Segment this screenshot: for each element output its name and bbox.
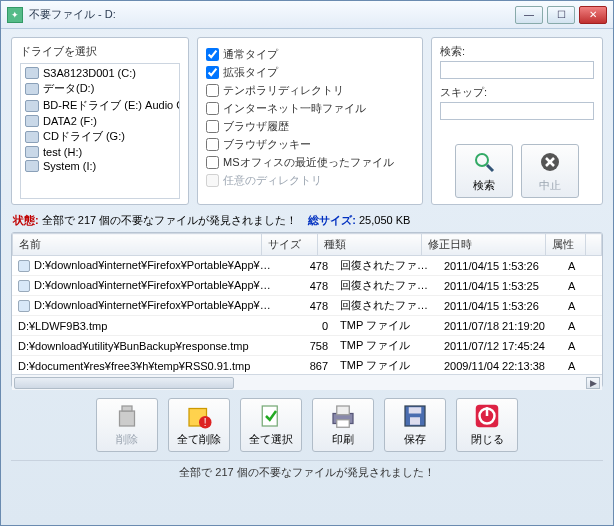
search-input[interactable]: [440, 61, 594, 79]
option-checkbox[interactable]: [206, 156, 219, 169]
skip-input[interactable]: [440, 102, 594, 120]
option-item[interactable]: 拡張タイプ: [206, 65, 414, 80]
app-window: ✦ 不要ファイル - D: — ☐ ✕ ドライブを選択 S3A8123D001 …: [0, 0, 614, 526]
delete-all-icon: !: [184, 403, 214, 429]
option-checkbox[interactable]: [206, 138, 219, 151]
cancel-button[interactable]: 中止: [521, 144, 579, 198]
bottom-toolbar: 削除 ! 全て削除 全て選択 印刷 保存 閉じる: [11, 398, 603, 452]
file-name: D:¥download¥internet¥Firefox¥Portable¥Ap…: [34, 259, 278, 271]
file-name: D:¥download¥internet¥Firefox¥Portable¥Ap…: [34, 299, 278, 311]
option-label: MSオフィスの最近使ったファイル: [223, 155, 394, 170]
table-row[interactable]: D:¥download¥internet¥Firefox¥Portable¥Ap…: [12, 296, 602, 316]
svg-rect-5: [120, 411, 135, 426]
drive-item[interactable]: DATA2 (F:): [23, 114, 177, 128]
drive-label: BD-REドライブ (E:) Audio CD: [43, 98, 180, 113]
option-item[interactable]: 通常タイプ: [206, 47, 414, 62]
drive-item[interactable]: S3A8123D001 (C:): [23, 66, 177, 80]
options-panel: 通常タイプ拡張タイプテンポラリディレクトリインターネット一時ファイルブラウザ履歴…: [197, 37, 423, 205]
print-button[interactable]: 印刷: [312, 398, 374, 452]
drive-icon: [25, 146, 39, 158]
maximize-button[interactable]: ☐: [547, 6, 575, 24]
drive-icon: [25, 100, 39, 112]
drive-icon: [25, 115, 39, 127]
option-item[interactable]: MSオフィスの最近使ったファイル: [206, 155, 414, 170]
drive-label: データ(D:): [43, 81, 94, 96]
option-label: 通常タイプ: [223, 47, 278, 62]
col-attr[interactable]: 属性: [546, 234, 586, 256]
cancel-button-label: 中止: [539, 178, 561, 193]
drive-item[interactable]: test (H:): [23, 145, 177, 159]
footer-status: 全部で 217 個の不要なファイルが発見されました！: [11, 460, 603, 480]
option-item[interactable]: ブラウザ履歴: [206, 119, 414, 134]
drive-label: test (H:): [43, 146, 82, 158]
option-checkbox[interactable]: [206, 84, 219, 97]
drive-list[interactable]: S3A8123D001 (C:)データ(D:)BD-REドライブ (E:) Au…: [20, 63, 180, 199]
file-name: D:¥download¥internet¥Firefox¥Portable¥Ap…: [34, 279, 278, 291]
option-checkbox[interactable]: [206, 120, 219, 133]
table-row[interactable]: D:¥download¥utility¥BunBackup¥response.t…: [12, 336, 602, 356]
svg-rect-6: [122, 406, 132, 411]
titlebar: ✦ 不要ファイル - D: — ☐ ✕: [1, 1, 613, 29]
file-name: D:¥download¥utility¥BunBackup¥response.t…: [18, 340, 249, 352]
option-item[interactable]: テンポラリディレクトリ: [206, 83, 414, 98]
option-checkbox[interactable]: [206, 48, 219, 61]
option-checkbox[interactable]: [206, 102, 219, 115]
search-button-label: 検索: [473, 178, 495, 193]
drive-panel: ドライブを選択 S3A8123D001 (C:)データ(D:)BD-REドライブ…: [11, 37, 189, 205]
select-all-button[interactable]: 全て選択: [240, 398, 302, 452]
drive-item[interactable]: データ(D:): [23, 80, 177, 97]
svg-line-1: [487, 165, 493, 171]
select-all-icon: [256, 403, 286, 429]
svg-rect-15: [409, 407, 422, 413]
drive-item[interactable]: BD-REドライブ (E:) Audio CD: [23, 97, 177, 114]
table-row[interactable]: D:¥download¥internet¥Firefox¥Portable¥Ap…: [12, 256, 602, 276]
svg-rect-16: [410, 417, 420, 425]
option-item: 任意のディレクトリ: [206, 173, 414, 188]
drive-label: CDドライブ (G:): [43, 129, 125, 144]
table-row[interactable]: D:¥document¥res¥free3¥h¥temp¥RSS0.91.tmp…: [12, 356, 602, 375]
table-row[interactable]: D:¥download¥internet¥Firefox¥Portable¥Ap…: [12, 276, 602, 296]
drive-icon: [25, 83, 39, 95]
grid-body[interactable]: D:¥download¥internet¥Firefox¥Portable¥Ap…: [12, 256, 602, 374]
option-item[interactable]: インターネット一時ファイル: [206, 101, 414, 116]
power-icon: [472, 403, 502, 429]
option-label: テンポラリディレクトリ: [223, 83, 344, 98]
option-label: 任意のディレクトリ: [223, 173, 322, 188]
drive-icon: [25, 160, 39, 172]
save-button[interactable]: 保存: [384, 398, 446, 452]
option-label: 拡張タイプ: [223, 65, 278, 80]
drive-label: DATA2 (F:): [43, 115, 97, 127]
option-checkbox[interactable]: [206, 66, 219, 79]
minimize-button[interactable]: —: [515, 6, 543, 24]
close-button[interactable]: ✕: [579, 6, 607, 24]
delete-all-button[interactable]: ! 全て削除: [168, 398, 230, 452]
col-date[interactable]: 修正日時: [422, 234, 546, 256]
option-item[interactable]: ブラウザクッキー: [206, 137, 414, 152]
svg-rect-13: [337, 420, 350, 428]
scroll-right-arrow[interactable]: ▶: [586, 377, 600, 389]
close-app-button[interactable]: 閉じる: [456, 398, 518, 452]
delete-button[interactable]: 削除: [96, 398, 158, 452]
col-name[interactable]: 名前: [13, 234, 262, 256]
search-button[interactable]: 検索: [455, 144, 513, 198]
table-row[interactable]: D:¥LDWF9B3.tmp0TMP ファイル2011/07/18 21:19:…: [12, 316, 602, 336]
scroll-thumb[interactable]: [14, 377, 234, 389]
svg-rect-12: [337, 406, 350, 415]
drive-header: ドライブを選択: [20, 44, 180, 59]
col-scroll: [586, 234, 602, 256]
horizontal-scrollbar[interactable]: ▶: [12, 374, 602, 390]
svg-text:!: !: [204, 417, 207, 428]
delete-icon: [112, 403, 142, 429]
option-label: ブラウザ履歴: [223, 119, 289, 134]
drive-item[interactable]: CDドライブ (G:): [23, 128, 177, 145]
col-size[interactable]: サイズ: [262, 234, 318, 256]
drive-item[interactable]: System (I:): [23, 159, 177, 173]
drive-label: S3A8123D001 (C:): [43, 67, 136, 79]
search-panel: 検索: スキップ: 検索 中止: [431, 37, 603, 205]
file-name: D:¥document¥res¥free3¥h¥temp¥RSS0.91.tmp: [18, 360, 250, 372]
search-icon: [470, 150, 498, 174]
file-icon: [18, 300, 30, 312]
col-type[interactable]: 種類: [318, 234, 422, 256]
svg-point-0: [476, 154, 488, 166]
cancel-icon: [536, 150, 564, 174]
